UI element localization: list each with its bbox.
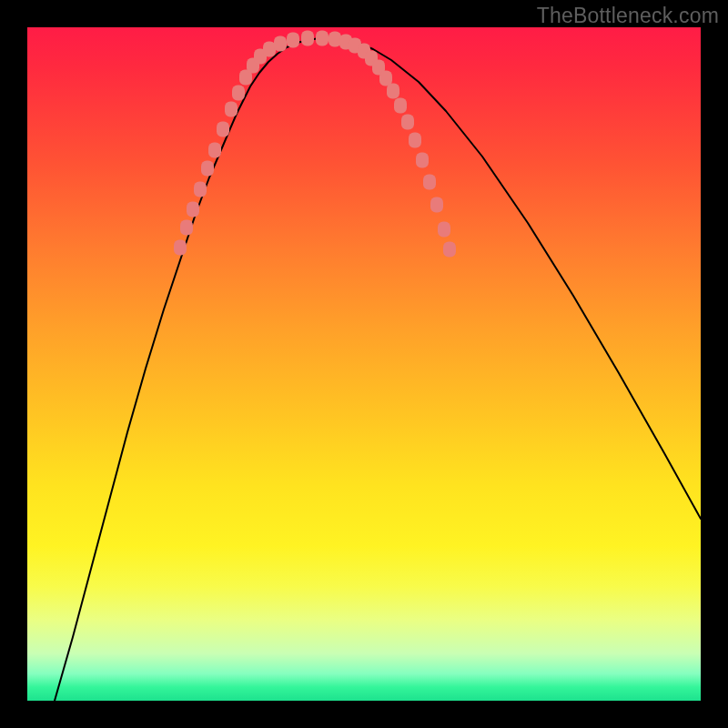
highlight-dot xyxy=(329,32,341,47)
highlight-dot xyxy=(274,36,287,52)
highlight-dot xyxy=(443,242,456,258)
highlight-dot xyxy=(225,102,238,117)
curve-layer xyxy=(27,27,701,701)
plot-area xyxy=(27,27,701,701)
highlight-dot xyxy=(232,86,245,101)
bottleneck-curve xyxy=(55,38,701,701)
highlight-dot xyxy=(174,240,187,256)
highlight-dot xyxy=(316,31,329,46)
highlight-dot xyxy=(430,197,443,213)
highlight-dot xyxy=(201,161,214,177)
highlight-dot xyxy=(217,122,229,137)
highlight-dot xyxy=(263,42,276,57)
highlight-dot xyxy=(194,182,207,197)
highlight-dot xyxy=(208,143,221,158)
highlight-dot xyxy=(180,220,193,236)
highlight-dot xyxy=(423,175,436,190)
highlight-dot xyxy=(438,222,450,238)
highlight-dot xyxy=(416,153,429,168)
highlight-dot xyxy=(187,202,199,217)
optimal-zone-markers xyxy=(174,31,456,258)
highlight-dot xyxy=(394,98,407,114)
highlight-dot xyxy=(301,31,314,46)
highlight-dot xyxy=(387,84,399,99)
watermark-label: TheBottleneck.com xyxy=(537,4,719,28)
highlight-dot xyxy=(401,115,414,130)
highlight-dot xyxy=(409,133,421,148)
chart-frame: TheBottleneck.com xyxy=(0,0,728,728)
highlight-dot xyxy=(287,33,299,48)
